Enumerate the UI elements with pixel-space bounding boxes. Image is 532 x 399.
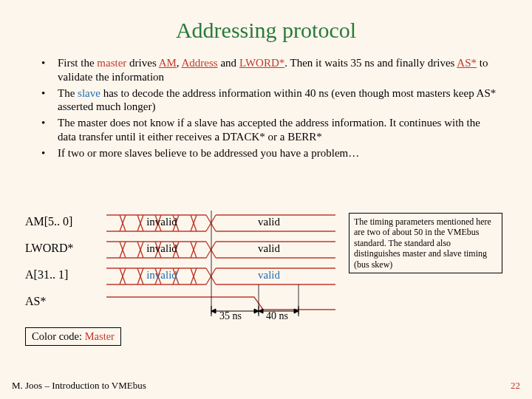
signal-label-a: A[31.. 1] <box>25 268 99 282</box>
t-40ns: 40 ns <box>266 310 288 322</box>
state-valid: valid <box>239 242 299 255</box>
signal-label-am: AM[5.. 0] <box>25 215 99 228</box>
bullet-2: The slave has to decode the address info… <box>38 86 501 115</box>
page-title: Addressing protocol <box>24 18 508 43</box>
text: The <box>58 87 78 99</box>
state-invalid-slave: invalid <box>132 269 191 282</box>
timing-diagram: AM[5.. 0] invalid valid LWORD* <box>25 211 507 351</box>
text-lword: LWORD* <box>239 57 284 69</box>
bullet-1: First the master drives AM, Address and … <box>38 56 501 84</box>
text: . Then it waits 35 ns and finally drives <box>284 57 457 69</box>
signal-label-as: AS* <box>25 295 99 308</box>
text-as: AS* <box>457 57 477 69</box>
footer-author: M. Joos – Introduction to VMEbus <box>12 380 146 392</box>
timing-labels: 35 ns 40 ns <box>106 310 335 325</box>
color-code-label: Color code: <box>32 330 85 342</box>
page-number: 22 <box>511 380 520 392</box>
t-35ns: 35 ns <box>219 310 242 322</box>
state-invalid: invalid <box>132 242 191 255</box>
text-master: master <box>97 57 126 69</box>
bullet-4: If two or more slaves believe to be addr… <box>38 146 501 160</box>
text-slave: slave <box>78 87 100 99</box>
bullet-list: First the master drives AM, Address and … <box>38 56 501 160</box>
text-am: AM <box>159 57 177 69</box>
state-valid: valid <box>239 216 299 228</box>
color-code-box: Color code: Master <box>25 327 121 346</box>
text: has to decode the address information wi… <box>58 87 496 113</box>
text: First the <box>58 57 97 69</box>
state-valid-slave: valid <box>239 269 299 282</box>
color-code-value: Master <box>85 330 115 342</box>
state-invalid: invalid <box>132 216 191 228</box>
signal-label-lword: LWORD* <box>25 242 99 255</box>
text-address: Address <box>182 57 218 69</box>
bullet-3: The master does not know if a slave has … <box>38 116 501 144</box>
text: and <box>218 57 239 69</box>
text: drives <box>126 57 158 69</box>
notes-box: The timing parameters mentioned here are… <box>349 213 502 273</box>
text: , <box>177 57 182 69</box>
